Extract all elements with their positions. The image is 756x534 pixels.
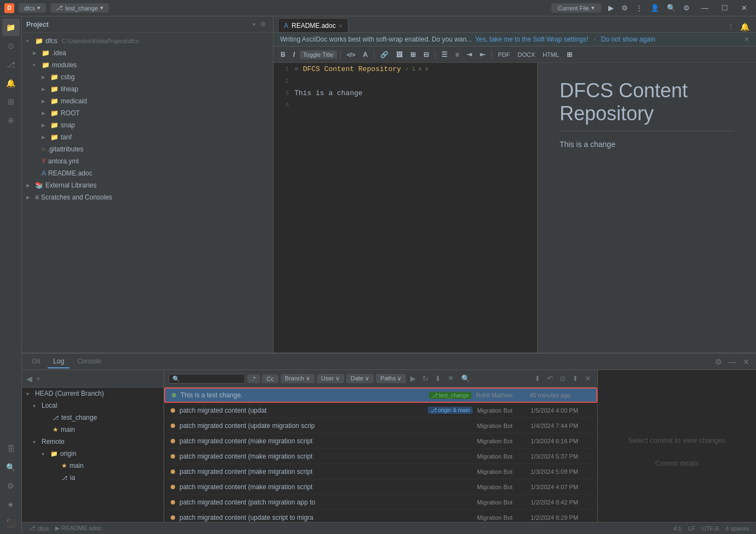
tree-medicaid[interactable]: ▶ 📁 medicaid	[22, 95, 273, 107]
outdent-btn[interactable]: ⇤	[477, 49, 488, 60]
terminal-icon[interactable]: ⬛	[2, 514, 20, 532]
tree-modules[interactable]: ▾ 📁 modules	[22, 59, 273, 71]
link-btn[interactable]: 🔗	[377, 49, 391, 60]
notification-link1[interactable]: Yes, take me to the Soft Wrap settings!	[475, 36, 589, 43]
tree-tanf[interactable]: ▶ 📁 tanf	[22, 131, 273, 143]
database-icon[interactable]: 🗄	[2, 440, 20, 457]
bottom-panel-close-btn[interactable]: ✕	[741, 356, 752, 367]
commit-row-7[interactable]: patch migrated content (patch migration …	[164, 495, 597, 510]
minimize-btn[interactable]: —	[697, 3, 713, 13]
gradle-icon[interactable]: ⚙	[2, 477, 20, 495]
git-head-item[interactable]: ▾ HEAD (Current Branch)	[22, 388, 164, 400]
more-btn[interactable]: ⋮	[633, 2, 645, 14]
tree-root[interactable]: ▾ 📁 dfcs C:\Users\rohit\IdeaProjects\dfc…	[22, 35, 273, 47]
tab-close-btn[interactable]: ×	[339, 22, 342, 29]
commit-row-5[interactable]: patch migrated content (make migration s…	[164, 464, 597, 479]
bottom-panel-collapse-btn[interactable]: —	[726, 356, 738, 367]
status-file[interactable]: ▶ README.adoc	[55, 525, 102, 532]
commit-up-btn[interactable]: ⬆	[532, 373, 543, 384]
git-origin-ia[interactable]: ▶ ⎇ ia	[22, 472, 164, 484]
tree-snap[interactable]: ▶ 📁 snap	[22, 119, 273, 131]
grid-btn[interactable]: ⊞	[564, 49, 575, 60]
commit-row-1[interactable]: patch migrated content (updat ⎇ origin &…	[164, 403, 597, 418]
git-collapse-btn[interactable]: ◀	[26, 374, 32, 383]
tab-console[interactable]: Console	[72, 355, 107, 368]
git-branch-main-local[interactable]: ▶ ★ main	[22, 424, 164, 436]
debug-btn[interactable]: ⚙	[619, 2, 631, 14]
plugins-icon[interactable]: ⊕	[2, 112, 20, 129]
git-origin-folder[interactable]: ▾ 📁 origin	[22, 448, 164, 460]
indent-btn[interactable]: ⇥	[464, 49, 475, 60]
run-btn[interactable]: ▶	[606, 2, 617, 14]
commit-date-filter[interactable]: Date ∨	[346, 374, 374, 383]
app-name-btn[interactable]: dfcs ▾	[19, 3, 46, 13]
commit-regex-btn[interactable]: .*	[247, 374, 260, 383]
table2-btn[interactable]: ⊟	[421, 49, 432, 60]
search-btn[interactable]: 🔍	[664, 2, 678, 14]
current-file-btn[interactable]: Current File ▾	[551, 3, 601, 13]
find-icon[interactable]: 🔍	[2, 459, 20, 476]
image-btn[interactable]: 🖼	[393, 49, 405, 60]
commit-expand-btn[interactable]: ⬆	[570, 373, 580, 384]
tree-gitattributes[interactable]: ▶ = .gitattributes	[22, 143, 273, 155]
commit-branch-filter[interactable]: Branch ∨	[281, 374, 315, 383]
tree-external-libraries[interactable]: ▶ 📚 External Libraries	[22, 179, 273, 191]
toggle-title-btn[interactable]: Toggle Title	[300, 50, 337, 59]
git-branch-test-change[interactable]: ▶ ⎇ test_change	[22, 412, 164, 424]
commit-prev-btn[interactable]: ▶	[408, 373, 418, 384]
status-encoding[interactable]: UTF-8	[702, 525, 719, 532]
tree-liheap[interactable]: ▶ 📁 liheap	[22, 83, 273, 95]
sidebar-settings-btn[interactable]: ⚙	[258, 19, 269, 30]
status-branch[interactable]: ⎇ dfcs	[28, 525, 49, 532]
italic-btn[interactable]: I	[290, 49, 298, 60]
tree-root-folder[interactable]: ▶ 📁 ROOT	[22, 107, 273, 119]
commit-undo-btn[interactable]: ↶	[545, 373, 555, 384]
branch-btn[interactable]: ⎇ test_change ▾	[50, 3, 109, 13]
notification-link2[interactable]: Do not show again	[601, 36, 655, 43]
html-btn[interactable]: HTML	[540, 50, 562, 60]
commit-row-8[interactable]: patch migrated content (update script to…	[164, 510, 597, 522]
commit-row-2[interactable]: patch migrated content (update migration…	[164, 418, 597, 433]
profile-btn[interactable]: 👤	[648, 2, 662, 14]
editor-tab-readme[interactable]: A README.adoc ×	[278, 18, 348, 32]
git-local-section[interactable]: ▾ Local	[22, 400, 164, 412]
code-editor[interactable]: 1 = DFCS Content Repository ✓ 1 ∧ ∨ 2	[274, 63, 537, 353]
commit-close2-btn[interactable]: ✕	[583, 373, 593, 384]
table-btn[interactable]: ⊞	[408, 49, 418, 60]
notifications-icon[interactable]: 🔔	[2, 74, 20, 92]
commit-row-4[interactable]: patch migrated content (make migration s…	[164, 449, 597, 464]
docx-btn[interactable]: DOCX	[515, 50, 538, 60]
tree-idea[interactable]: ▶ 📁 .idea	[22, 47, 273, 59]
commit-view-btn[interactable]: ⊙	[557, 373, 568, 384]
tree-scratches[interactable]: ▶ ≡ Scratches and Consoles	[22, 191, 273, 203]
commit-icon[interactable]: ⊙	[2, 37, 20, 55]
pull-request-icon[interactable]: ⎇	[2, 56, 20, 73]
tree-csbg[interactable]: ▶ 📁 csbg	[22, 71, 273, 83]
tab-git[interactable]: Git	[26, 355, 45, 368]
close-btn[interactable]: ✕	[737, 3, 752, 13]
bottom-panel-settings-btn[interactable]: ⚙	[713, 356, 724, 367]
tree-antora[interactable]: ▶ Y antora.yml	[22, 155, 273, 167]
git-add-btn[interactable]: ＋	[34, 374, 42, 384]
commit-path-filter[interactable]: Paths ∨	[376, 374, 406, 383]
status-line-ending[interactable]: LF	[688, 525, 695, 532]
commit-row-6[interactable]: patch migrated content (make migration s…	[164, 479, 597, 495]
commit-search-input[interactable]	[168, 374, 245, 384]
structure-icon[interactable]: ⊞	[2, 93, 20, 110]
commit-row-3[interactable]: patch migrated content (make migration s…	[164, 433, 597, 449]
pdf-btn[interactable]: PDF	[495, 50, 513, 60]
list-btn[interactable]: ☰	[439, 49, 450, 60]
commit-eye-btn[interactable]: 👁	[445, 373, 457, 384]
bookmark-icon[interactable]: ★	[2, 496, 20, 513]
commit-case-btn[interactable]: Cc	[262, 374, 278, 383]
bold-btn[interactable]: B	[278, 49, 288, 60]
commit-fetch-btn[interactable]: ⬇	[433, 373, 443, 384]
editor-tabs-menu-btn[interactable]: ⋮	[725, 21, 737, 32]
maximize-btn[interactable]: ☐	[717, 3, 732, 13]
project-icon[interactable]: 📁	[2, 19, 20, 36]
git-remote-section[interactable]: ▾ Remote	[22, 436, 164, 448]
status-indent[interactable]: 4 spaces	[725, 525, 749, 532]
commit-search-btn2[interactable]: 🔍	[459, 373, 472, 384]
format-btn[interactable]: A	[360, 49, 371, 60]
commit-refresh-btn[interactable]: ↻	[420, 373, 431, 384]
